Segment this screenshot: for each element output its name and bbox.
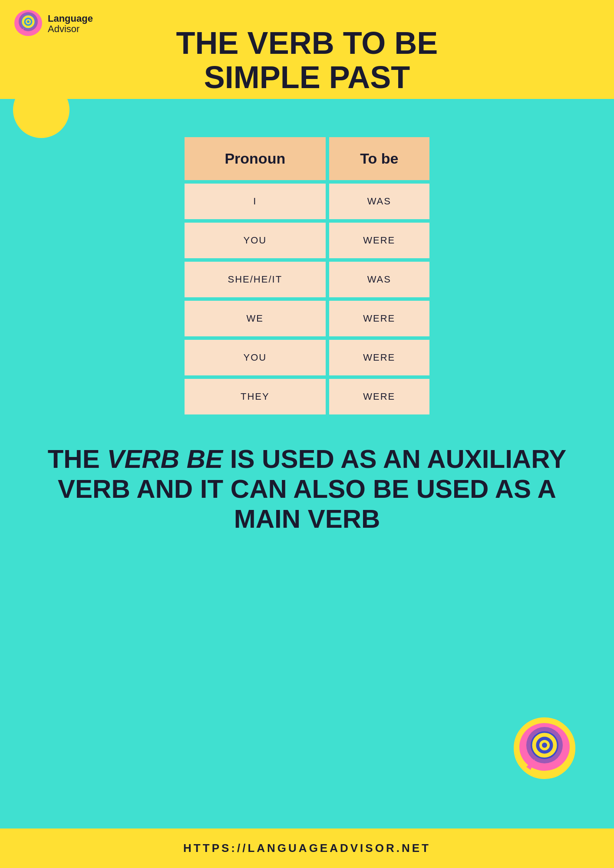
pronoun-cell: THEY — [185, 379, 326, 414]
column-header-pronoun: Pronoun — [185, 137, 326, 180]
table-row: IWAS — [185, 184, 429, 219]
logo-advisor: Advisor — [48, 24, 93, 34]
table-row: THEYWERE — [185, 379, 429, 414]
main-title: THE VERB TO BE SIMPLE PAST — [176, 13, 438, 99]
table-row: WEWERE — [185, 301, 429, 336]
yellow-bump-decoration — [13, 82, 69, 138]
logo-text: Language Advisor — [48, 13, 93, 34]
table-row: YOUWERE — [185, 340, 429, 375]
footer-url: HTTPS://LANGUAGEADVISOR.NET — [183, 842, 431, 855]
pronoun-cell: I — [185, 184, 326, 219]
tobe-cell: WERE — [329, 379, 429, 414]
logo-area: Language Advisor — [13, 9, 93, 39]
bottom-description: THE VERB BE IS USED AS AN AUXILIARY VERB… — [0, 444, 614, 534]
conjugation-table: Pronoun To be IWASYOUWERESHE/HE/ITWASWEW… — [181, 134, 433, 418]
content-section: Pronoun To be IWASYOUWERESHE/HE/ITWASWEW… — [0, 99, 614, 829]
table-row: SHE/HE/ITWAS — [185, 262, 429, 297]
header-section: Language Advisor THE VERB TO BE SIMPLE P… — [0, 0, 614, 99]
pronoun-cell: YOU — [185, 223, 326, 258]
svg-point-13 — [542, 743, 547, 748]
logo-language: Language — [48, 13, 93, 24]
pronoun-cell: YOU — [185, 340, 326, 375]
logo-icon — [13, 9, 43, 39]
svg-point-5 — [27, 20, 30, 23]
pronoun-cell: SHE/HE/IT — [185, 262, 326, 297]
table-row: YOUWERE — [185, 223, 429, 258]
bottom-logo-icon — [510, 716, 579, 785]
tobe-cell: WAS — [329, 184, 429, 219]
tobe-cell: WERE — [329, 340, 429, 375]
tobe-cell: WAS — [329, 262, 429, 297]
footer-section: HTTPS://LANGUAGEADVISOR.NET — [0, 829, 614, 868]
column-header-tobe: To be — [329, 137, 429, 180]
tobe-cell: WERE — [329, 223, 429, 258]
pronoun-cell: WE — [185, 301, 326, 336]
tobe-cell: WERE — [329, 301, 429, 336]
